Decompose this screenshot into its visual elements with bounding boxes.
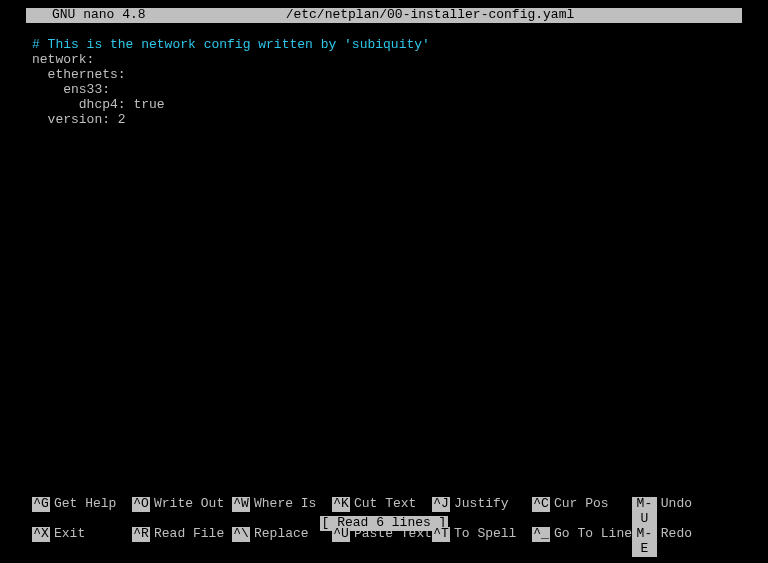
keycap: M-E <box>632 527 657 557</box>
shortcut-justify[interactable]: ^JJustify <box>432 497 532 527</box>
shortcut-label: Cut Text <box>354 497 416 512</box>
title-bar: GNU nano 4.8 /etc/netplan/00-installer-c… <box>26 8 742 23</box>
editor-line: ens33: <box>32 82 110 97</box>
keycap: ^T <box>432 527 450 542</box>
keycap: ^R <box>132 527 150 542</box>
keycap: ^J <box>432 497 450 512</box>
shortcut-to-spell[interactable]: ^TTo Spell <box>432 527 532 557</box>
editor-line: version: 2 <box>32 112 126 127</box>
shortcut-replace[interactable]: ^\Replace <box>232 527 332 557</box>
shortcut-redo[interactable]: M-ERedo <box>632 527 692 557</box>
keycap: ^\ <box>232 527 250 542</box>
keycap: ^C <box>532 497 550 512</box>
shortcut-label: Cur Pos <box>554 497 609 512</box>
keycap: ^K <box>332 497 350 512</box>
keycap: ^X <box>32 527 50 542</box>
keycap: ^_ <box>532 527 550 542</box>
keycap: ^W <box>232 497 250 512</box>
shortcut-label: Read File <box>154 527 224 542</box>
keycap: M-U <box>632 497 657 527</box>
shortcut-go-to-line[interactable]: ^_Go To Line <box>532 527 632 557</box>
editor-area[interactable]: # This is the network config written by … <box>0 23 768 128</box>
keycap: ^U <box>332 527 350 542</box>
shortcut-label: Exit <box>54 527 85 542</box>
shortcut-write-out[interactable]: ^OWrite Out <box>132 497 232 527</box>
shortcut-label: Replace <box>254 527 309 542</box>
shortcut-row-1: ^GGet Help ^OWrite Out ^WWhere Is ^KCut … <box>32 497 736 527</box>
shortcut-label: Get Help <box>54 497 116 512</box>
shortcut-where-is[interactable]: ^WWhere Is <box>232 497 332 527</box>
keycap: ^G <box>32 497 50 512</box>
file-path: /etc/netplan/00-installer-config.yaml <box>146 8 738 23</box>
shortcut-paste-text[interactable]: ^UPaste Text <box>332 527 432 557</box>
shortcut-undo[interactable]: M-UUndo <box>632 497 692 527</box>
shortcut-label: Redo <box>661 527 692 542</box>
shortcut-label: Justify <box>454 497 509 512</box>
shortcut-label: Undo <box>661 497 692 512</box>
keycap: ^O <box>132 497 150 512</box>
shortcut-exit[interactable]: ^XExit <box>32 527 132 557</box>
shortcut-cur-pos[interactable]: ^CCur Pos <box>532 497 632 527</box>
app-name: GNU nano 4.8 <box>30 8 146 23</box>
editor-line: dhcp4: true <box>32 97 165 112</box>
shortcut-cut-text[interactable]: ^KCut Text <box>332 497 432 527</box>
shortcut-label: Where Is <box>254 497 316 512</box>
shortcuts-panel: ^GGet Help ^OWrite Out ^WWhere Is ^KCut … <box>0 497 768 563</box>
editor-line: network: <box>32 52 94 67</box>
shortcut-get-help[interactable]: ^GGet Help <box>32 497 132 527</box>
shortcut-label: Go To Line <box>554 527 632 542</box>
shortcut-row-2: ^XExit ^RRead File ^\Replace ^UPaste Tex… <box>32 527 736 557</box>
editor-line: ethernets: <box>32 67 126 82</box>
comment-line: # This is the network config written by … <box>32 37 430 52</box>
shortcut-label: Write Out <box>154 497 224 512</box>
shortcut-label: To Spell <box>454 527 516 542</box>
shortcut-read-file[interactable]: ^RRead File <box>132 527 232 557</box>
shortcut-label: Paste Text <box>354 527 432 542</box>
